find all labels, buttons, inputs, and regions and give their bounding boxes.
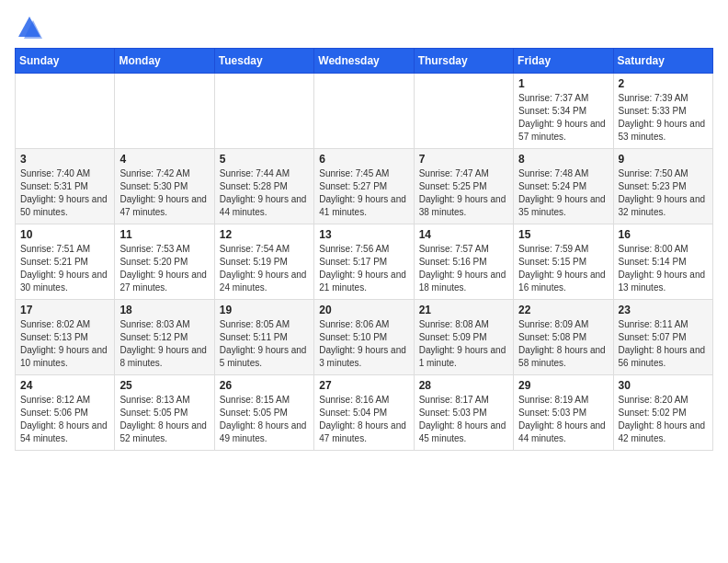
day-number: 8 bbox=[518, 153, 608, 166]
calendar-cell: 3Sunrise: 7:40 AMSunset: 5:31 PMDaylight… bbox=[16, 149, 115, 224]
calendar-cell bbox=[314, 74, 414, 149]
calendar-cell bbox=[115, 74, 214, 149]
day-number: 29 bbox=[518, 379, 608, 392]
logo-icon bbox=[15, 15, 44, 40]
calendar-cell bbox=[214, 74, 313, 149]
day-info: Sunrise: 7:59 AMSunset: 5:15 PMDaylight:… bbox=[518, 243, 608, 294]
calendar-cell: 30Sunrise: 8:20 AMSunset: 5:02 PMDayligh… bbox=[613, 375, 712, 451]
day-number: 11 bbox=[119, 228, 209, 241]
day-number: 28 bbox=[419, 379, 508, 392]
calendar-cell: 29Sunrise: 8:19 AMSunset: 5:03 PMDayligh… bbox=[514, 375, 613, 451]
day-number: 19 bbox=[220, 304, 309, 316]
day-number: 6 bbox=[319, 153, 408, 166]
calendar-cell: 6Sunrise: 7:45 AMSunset: 5:27 PMDaylight… bbox=[314, 149, 414, 224]
calendar-cell: 26Sunrise: 8:15 AMSunset: 5:05 PMDayligh… bbox=[214, 375, 313, 451]
day-number: 22 bbox=[518, 304, 608, 316]
day-info: Sunrise: 8:12 AMSunset: 5:06 PMDaylight:… bbox=[20, 394, 109, 445]
calendar-cell: 5Sunrise: 7:44 AMSunset: 5:28 PMDaylight… bbox=[214, 149, 313, 224]
day-info: Sunrise: 7:37 AMSunset: 5:34 PMDaylight:… bbox=[518, 92, 608, 144]
calendar-week-row: 1Sunrise: 7:37 AMSunset: 5:34 PMDaylight… bbox=[16, 74, 713, 149]
calendar-cell: 18Sunrise: 8:03 AMSunset: 5:12 PMDayligh… bbox=[115, 300, 214, 375]
calendar-cell: 22Sunrise: 8:09 AMSunset: 5:08 PMDayligh… bbox=[514, 300, 613, 375]
day-info: Sunrise: 7:53 AMSunset: 5:20 PMDaylight:… bbox=[119, 243, 209, 294]
day-info: Sunrise: 7:50 AMSunset: 5:23 PMDaylight:… bbox=[619, 167, 708, 219]
day-number: 26 bbox=[220, 379, 309, 392]
day-info: Sunrise: 7:57 AMSunset: 5:16 PMDaylight:… bbox=[419, 243, 508, 294]
day-number: 17 bbox=[20, 304, 109, 316]
day-number: 4 bbox=[119, 153, 209, 166]
day-number: 1 bbox=[518, 77, 608, 90]
day-info: Sunrise: 8:06 AMSunset: 5:10 PMDaylight:… bbox=[319, 318, 408, 370]
day-number: 24 bbox=[20, 379, 109, 392]
day-info: Sunrise: 7:45 AMSunset: 5:27 PMDaylight:… bbox=[319, 167, 408, 219]
calendar-cell: 7Sunrise: 7:47 AMSunset: 5:25 PMDaylight… bbox=[414, 149, 513, 224]
calendar-cell: 17Sunrise: 8:02 AMSunset: 5:13 PMDayligh… bbox=[16, 300, 115, 375]
calendar-cell: 12Sunrise: 7:54 AMSunset: 5:19 PMDayligh… bbox=[214, 224, 313, 300]
day-info: Sunrise: 7:47 AMSunset: 5:25 PMDaylight:… bbox=[419, 167, 508, 219]
day-number: 15 bbox=[518, 228, 608, 241]
day-info: Sunrise: 8:13 AMSunset: 5:05 PMDaylight:… bbox=[119, 394, 209, 445]
day-info: Sunrise: 7:42 AMSunset: 5:30 PMDaylight:… bbox=[119, 167, 209, 219]
day-number: 7 bbox=[419, 153, 508, 166]
weekday-header: Thursday bbox=[414, 49, 513, 74]
calendar-cell: 15Sunrise: 7:59 AMSunset: 5:15 PMDayligh… bbox=[514, 224, 613, 300]
weekday-header: Tuesday bbox=[214, 49, 313, 74]
day-number: 18 bbox=[119, 304, 209, 316]
day-info: Sunrise: 8:09 AMSunset: 5:08 PMDaylight:… bbox=[518, 318, 608, 370]
calendar-cell: 19Sunrise: 8:05 AMSunset: 5:11 PMDayligh… bbox=[214, 300, 313, 375]
day-info: Sunrise: 7:39 AMSunset: 5:33 PMDaylight:… bbox=[619, 92, 708, 144]
weekday-header: Friday bbox=[514, 49, 613, 74]
calendar-header-row: SundayMondayTuesdayWednesdayThursdayFrid… bbox=[16, 49, 713, 74]
calendar-cell: 27Sunrise: 8:16 AMSunset: 5:04 PMDayligh… bbox=[314, 375, 414, 451]
weekday-header: Monday bbox=[115, 49, 214, 74]
day-number: 16 bbox=[619, 228, 708, 241]
day-number: 10 bbox=[20, 228, 109, 241]
calendar-cell: 10Sunrise: 7:51 AMSunset: 5:21 PMDayligh… bbox=[16, 224, 115, 300]
calendar-week-row: 24Sunrise: 8:12 AMSunset: 5:06 PMDayligh… bbox=[16, 375, 713, 451]
day-info: Sunrise: 8:11 AMSunset: 5:07 PMDaylight:… bbox=[619, 318, 708, 370]
calendar-cell: 24Sunrise: 8:12 AMSunset: 5:06 PMDayligh… bbox=[16, 375, 115, 451]
day-number: 27 bbox=[319, 379, 408, 392]
calendar-cell: 11Sunrise: 7:53 AMSunset: 5:20 PMDayligh… bbox=[115, 224, 214, 300]
calendar-cell bbox=[414, 74, 513, 149]
day-info: Sunrise: 7:44 AMSunset: 5:28 PMDaylight:… bbox=[220, 167, 309, 219]
day-number: 3 bbox=[20, 153, 109, 166]
day-info: Sunrise: 8:05 AMSunset: 5:11 PMDaylight:… bbox=[220, 318, 309, 370]
day-info: Sunrise: 8:20 AMSunset: 5:02 PMDaylight:… bbox=[619, 394, 708, 445]
day-info: Sunrise: 8:15 AMSunset: 5:05 PMDaylight:… bbox=[220, 394, 309, 445]
day-info: Sunrise: 8:03 AMSunset: 5:12 PMDaylight:… bbox=[119, 318, 209, 370]
day-info: Sunrise: 7:48 AMSunset: 5:24 PMDaylight:… bbox=[518, 167, 608, 219]
day-info: Sunrise: 8:16 AMSunset: 5:04 PMDaylight:… bbox=[319, 394, 408, 445]
calendar-cell: 1Sunrise: 7:37 AMSunset: 5:34 PMDaylight… bbox=[514, 74, 613, 149]
day-number: 25 bbox=[119, 379, 209, 392]
calendar-week-row: 3Sunrise: 7:40 AMSunset: 5:31 PMDaylight… bbox=[16, 149, 713, 224]
calendar-week-row: 10Sunrise: 7:51 AMSunset: 5:21 PMDayligh… bbox=[16, 224, 713, 300]
day-number: 12 bbox=[220, 228, 309, 241]
calendar-cell: 9Sunrise: 7:50 AMSunset: 5:23 PMDaylight… bbox=[613, 149, 712, 224]
calendar-cell: 21Sunrise: 8:08 AMSunset: 5:09 PMDayligh… bbox=[414, 300, 513, 375]
day-number: 5 bbox=[220, 153, 309, 166]
weekday-header: Saturday bbox=[613, 49, 712, 74]
logo bbox=[15, 15, 48, 40]
calendar-cell: 20Sunrise: 8:06 AMSunset: 5:10 PMDayligh… bbox=[314, 300, 414, 375]
day-number: 9 bbox=[619, 153, 708, 166]
calendar-table: SundayMondayTuesdayWednesdayThursdayFrid… bbox=[15, 48, 713, 451]
calendar-cell: 25Sunrise: 8:13 AMSunset: 5:05 PMDayligh… bbox=[115, 375, 214, 451]
day-info: Sunrise: 7:54 AMSunset: 5:19 PMDaylight:… bbox=[220, 243, 309, 294]
calendar-cell: 4Sunrise: 7:42 AMSunset: 5:30 PMDaylight… bbox=[115, 149, 214, 224]
calendar-cell: 13Sunrise: 7:56 AMSunset: 5:17 PMDayligh… bbox=[314, 224, 414, 300]
day-number: 21 bbox=[419, 304, 508, 316]
day-number: 13 bbox=[319, 228, 408, 241]
calendar-cell: 16Sunrise: 8:00 AMSunset: 5:14 PMDayligh… bbox=[613, 224, 712, 300]
calendar-cell: 23Sunrise: 8:11 AMSunset: 5:07 PMDayligh… bbox=[613, 300, 712, 375]
day-info: Sunrise: 7:51 AMSunset: 5:21 PMDaylight:… bbox=[20, 243, 109, 294]
calendar-cell bbox=[16, 74, 115, 149]
calendar-cell: 8Sunrise: 7:48 AMSunset: 5:24 PMDaylight… bbox=[514, 149, 613, 224]
day-number: 23 bbox=[619, 304, 708, 316]
calendar-cell: 2Sunrise: 7:39 AMSunset: 5:33 PMDaylight… bbox=[613, 74, 712, 149]
page-header bbox=[15, 15, 713, 40]
day-info: Sunrise: 7:40 AMSunset: 5:31 PMDaylight:… bbox=[20, 167, 109, 219]
calendar-week-row: 17Sunrise: 8:02 AMSunset: 5:13 PMDayligh… bbox=[16, 300, 713, 375]
day-info: Sunrise: 8:19 AMSunset: 5:03 PMDaylight:… bbox=[518, 394, 608, 445]
day-info: Sunrise: 7:56 AMSunset: 5:17 PMDaylight:… bbox=[319, 243, 408, 294]
